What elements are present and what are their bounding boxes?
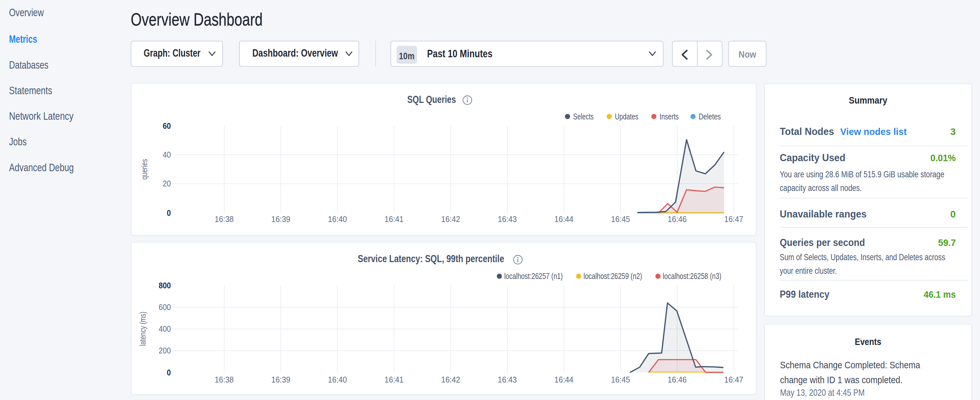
svg-text:16:39: 16:39 (272, 215, 291, 224)
svg-text:16:41: 16:41 (385, 215, 404, 224)
svg-text:16:39: 16:39 (272, 375, 291, 384)
svg-text:0: 0 (167, 368, 171, 377)
svg-text:800: 800 (159, 280, 171, 290)
svg-text:400: 400 (159, 324, 171, 333)
svg-text:16:40: 16:40 (328, 215, 347, 224)
svg-text:Selects: Selects (573, 112, 594, 121)
svg-text:16:42: 16:42 (441, 375, 460, 384)
svg-text:16:47: 16:47 (724, 215, 743, 224)
svg-text:localhost:26258 (n3): localhost:26258 (n3) (663, 272, 721, 281)
svg-text:16:38: 16:38 (215, 375, 234, 384)
svg-text:200: 200 (159, 346, 171, 355)
svg-text:latency (ms): latency (ms) (138, 312, 148, 346)
svg-text:localhost:26259 (n2): localhost:26259 (n2) (584, 272, 642, 281)
svg-text:40: 40 (163, 150, 171, 159)
svg-text:16:43: 16:43 (498, 375, 517, 384)
svg-text:Deletes: Deletes (699, 112, 721, 121)
svg-text:16:41: 16:41 (385, 375, 404, 384)
svg-text:16:45: 16:45 (611, 375, 630, 384)
svg-text:16:43: 16:43 (498, 215, 517, 224)
svg-text:600: 600 (159, 303, 171, 312)
svg-text:16:42: 16:42 (441, 215, 460, 224)
svg-text:16:45: 16:45 (611, 215, 630, 224)
svg-text:16:44: 16:44 (555, 375, 574, 384)
svg-text:0: 0 (167, 208, 171, 217)
svg-text:Inserts: Inserts (660, 112, 679, 121)
svg-text:16:46: 16:46 (668, 375, 687, 384)
svg-text:16:46: 16:46 (668, 215, 687, 224)
svg-text:16:40: 16:40 (328, 375, 347, 384)
svg-text:Updates: Updates (615, 112, 639, 121)
svg-text:16:44: 16:44 (555, 215, 574, 224)
svg-text:queries: queries (140, 159, 149, 180)
svg-text:16:38: 16:38 (215, 215, 234, 224)
svg-text:localhost:26257 (n1): localhost:26257 (n1) (504, 272, 563, 281)
svg-text:60: 60 (163, 121, 171, 130)
svg-text:20: 20 (163, 179, 171, 188)
svg-text:16:47: 16:47 (724, 375, 743, 384)
